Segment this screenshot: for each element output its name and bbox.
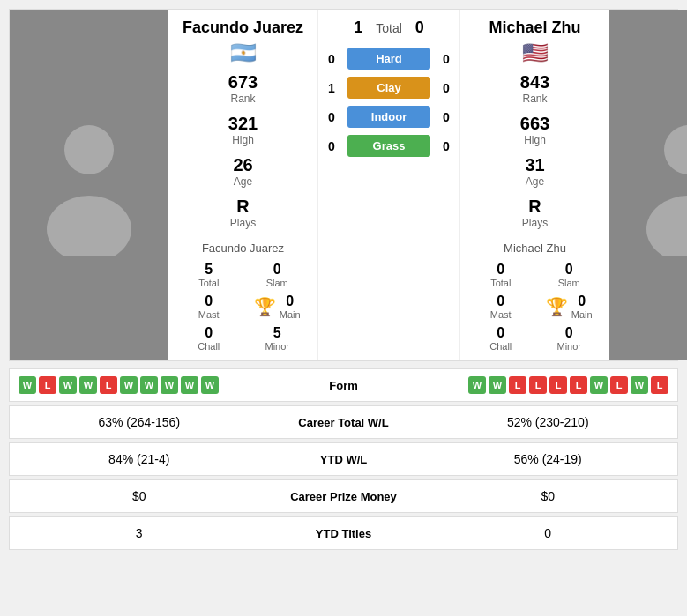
player1-rank-block: 673 Rank: [228, 72, 258, 105]
player1-name: Facundo Juarez: [183, 19, 303, 37]
career-wl-row: 63% (264-156) Career Total W/L 52% (230-…: [9, 405, 678, 439]
ytd-wl-label: YTD W/L: [256, 453, 432, 466]
form-badge-w: W: [19, 376, 36, 394]
player2-main-val: 0: [571, 293, 593, 309]
player1-age-label: Age: [233, 175, 252, 188]
indoor-p2-score: 0: [437, 110, 455, 124]
form-badge-l: L: [39, 376, 56, 394]
form-badge-l: L: [570, 376, 587, 394]
player2-stats: Michael Zhu 🇺🇸 843 Rank 663 High 31 Age …: [459, 10, 609, 360]
player1-slam-val: 0: [249, 262, 307, 278]
player1-trophy-icon: 🏆: [254, 296, 276, 317]
form-badge-w: W: [120, 376, 138, 394]
player2-mast-item: 0 Mast: [472, 293, 530, 320]
player1-high-label: High: [228, 134, 258, 146]
player2-slam-lbl: Slam: [541, 278, 599, 288]
player2-total-val: 0: [472, 262, 530, 278]
player1-age-value: 26: [233, 155, 252, 175]
player2-chall-item: 0 Chall: [472, 325, 530, 352]
main-container: Facundo Juarez 🇦🇷 673 Rank 321 High 26 A…: [0, 0, 687, 562]
player2-slam-val: 0: [541, 262, 599, 278]
grass-button[interactable]: Grass: [347, 135, 430, 157]
player1-age-block: 26 Age: [233, 155, 252, 188]
prize-label: Career Prize Money: [256, 490, 432, 503]
p2-career-wl: 52% (230-210): [432, 415, 665, 429]
player1-chall-val: 0: [180, 325, 238, 341]
player1-plays-label: Plays: [230, 217, 256, 229]
player-comparison-card: Facundo Juarez 🇦🇷 673 Rank 321 High 26 A…: [9, 9, 678, 361]
player2-high-block: 663 High: [520, 114, 549, 146]
player1-minor-val: 5: [249, 325, 307, 341]
p1-total-score: 1: [354, 19, 362, 37]
player2-rank-value: 843: [520, 72, 549, 93]
form-badge-l: L: [100, 376, 117, 394]
form-badge-l: L: [509, 376, 526, 394]
form-badge-w: W: [201, 376, 219, 394]
player2-minor-item: 0 Minor: [541, 325, 599, 352]
form-badge-l: L: [610, 376, 628, 394]
form-badge-w: W: [161, 376, 178, 394]
player1-slam-lbl: Slam: [249, 278, 307, 288]
grass-p2-score: 0: [437, 139, 455, 153]
form-section: WLWWLWWWWW Form WWLLLLWLWL: [9, 368, 678, 402]
player1-mast-val: 0: [180, 293, 238, 309]
form-badge-w: W: [468, 376, 486, 394]
player1-total-lbl: Total: [180, 278, 238, 288]
clay-row: 1 Clay 0: [323, 77, 455, 99]
player2-total-lbl: Total: [472, 278, 530, 288]
player2-plays-label: Plays: [522, 217, 548, 229]
grass-p1-score: 0: [323, 139, 340, 153]
hard-button[interactable]: Hard: [347, 48, 430, 70]
player1-rank-value: 673: [228, 72, 258, 93]
clay-button[interactable]: Clay: [347, 77, 430, 99]
player1-chall-item: 0 Chall: [180, 325, 238, 352]
career-wl-label: Career Total W/L: [256, 416, 432, 429]
ytd-titles-label: YTD Titles: [256, 527, 432, 540]
player2-name: Michael Zhu: [489, 19, 580, 37]
player1-rank-label: Rank: [228, 93, 258, 105]
player1-slam-item: 0 Slam: [249, 262, 307, 288]
total-row: 1 Total 0: [323, 19, 455, 37]
player2-slam-item: 0 Slam: [541, 262, 599, 288]
player2-chall-lbl: Chall: [472, 341, 530, 352]
form-badge-w: W: [181, 376, 198, 394]
p1-ytd-titles: 3: [23, 526, 256, 540]
player1-mast-lbl: Mast: [180, 309, 238, 320]
player1-minor-item: 5 Minor: [249, 325, 307, 352]
player2-age-block: 31 Age: [525, 155, 544, 188]
player2-photo: [609, 10, 687, 360]
ytd-wl-row: 84% (21-4) YTD W/L 56% (24-19): [9, 442, 678, 476]
player1-stats-grid: 5 Total 0 Slam 0 Mast 🏆 0: [173, 262, 313, 352]
svg-point-2: [664, 125, 687, 174]
player1-main-val: 0: [280, 293, 301, 309]
indoor-button[interactable]: Indoor: [347, 106, 430, 128]
player1-high-value: 321: [228, 114, 258, 134]
p2-ytd-wl: 56% (24-19): [432, 452, 665, 466]
player1-flag: 🇦🇷: [230, 41, 257, 65]
player2-flag: 🇺🇸: [522, 41, 549, 65]
total-label: Total: [376, 21, 402, 35]
player2-chall-val: 0: [472, 325, 530, 341]
player2-rank-block: 843 Rank: [520, 72, 549, 105]
player1-stats: Facundo Juarez 🇦🇷 673 Rank 321 High 26 A…: [168, 10, 318, 360]
grass-row: 0 Grass 0: [323, 135, 455, 157]
player2-trophy-icon: 🏆: [546, 296, 568, 317]
player2-form: WWLLLLWLWL: [397, 376, 669, 394]
player2-stats-grid: 0 Total 0 Slam 0 Mast 🏆 0 Main: [465, 262, 605, 352]
form-badge-w: W: [79, 376, 97, 394]
form-badge-l: L: [529, 376, 547, 394]
clay-p2-score: 0: [437, 81, 455, 95]
player2-age-value: 31: [525, 155, 544, 175]
clay-p1-score: 1: [323, 81, 340, 95]
player1-name-bottom: Facundo Juarez: [202, 241, 284, 255]
hard-p2-score: 0: [437, 52, 455, 66]
player1-form: WLWWLWWWWW: [19, 376, 291, 394]
form-badge-w: W: [489, 376, 506, 394]
player2-mast-lbl: Mast: [472, 309, 530, 320]
p2-ytd-titles: 0: [432, 526, 665, 540]
player1-photo: [10, 10, 168, 360]
form-badge-w: W: [140, 376, 158, 394]
middle-section: 1 Total 0 0 Hard 0 1 Clay 0 0 Indoor 0 0: [318, 10, 459, 360]
player2-minor-lbl: Minor: [541, 341, 599, 352]
svg-point-3: [646, 196, 687, 256]
